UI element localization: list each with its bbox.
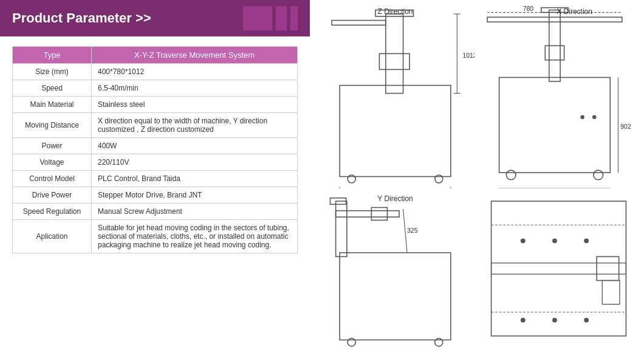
- svg-point-51: [584, 318, 589, 323]
- table-row: Speed Regulation Manual Screw Adjustment: [13, 204, 298, 220]
- row-label: Drive Power: [13, 187, 92, 204]
- header: Product Parameter >>: [0, 0, 310, 36]
- table-area: Type X-Y-Z Traverse Movement System Size…: [0, 36, 310, 350]
- row-label: Main Material: [13, 97, 92, 113]
- table-row: Power 400W: [13, 138, 298, 154]
- page-title: Product Parameter >>: [12, 10, 237, 26]
- row-label: Control Model: [13, 171, 92, 187]
- svg-point-50: [552, 318, 557, 323]
- table-row: Speed 6.5-40m/min: [13, 80, 298, 97]
- row-value: 400*780*1012: [92, 64, 298, 80]
- row-value: Suitable for jet head moving coding in t…: [92, 220, 298, 253]
- row-label: Aplication: [13, 220, 92, 253]
- x-direction-label: X Direction: [557, 7, 592, 16]
- parameter-table: Type X-Y-Z Traverse Movement System Size…: [12, 46, 298, 253]
- table-row: Drive Power Stepper Motor Drive, Brand J…: [13, 187, 298, 204]
- row-label: Power: [13, 138, 92, 154]
- left-panel: Product Parameter >> Type X-Y-Z Traverse…: [0, 0, 310, 350]
- table-row: Main Material Stainless steel: [13, 97, 298, 113]
- svg-point-47: [552, 239, 557, 244]
- svg-point-21: [506, 170, 516, 180]
- row-label: Moving Distance: [13, 113, 92, 138]
- svg-point-46: [521, 239, 526, 244]
- y-direction-label: Y Direction: [377, 194, 413, 203]
- svg-text:325: 325: [407, 227, 418, 234]
- deco-block-2: [276, 6, 287, 30]
- table-row: Voltage 220/110V: [13, 154, 298, 171]
- row-label: Speed: [13, 80, 92, 97]
- row-value: X-Y-Z Traverse Movement System: [92, 47, 298, 64]
- svg-text:780: 780: [523, 6, 534, 12]
- svg-rect-34: [371, 208, 387, 221]
- svg-rect-44: [597, 257, 619, 281]
- svg-point-23: [580, 115, 584, 119]
- table-row: Size (mm) 400*780*1012: [13, 64, 298, 80]
- z-direction-svg: 1012 750 503: [316, 6, 474, 188]
- svg-point-22: [594, 170, 603, 180]
- table-row: Aplication Suitable for jet head moving …: [13, 220, 298, 253]
- svg-rect-31: [340, 253, 451, 340]
- svg-rect-33: [336, 211, 399, 217]
- svg-rect-40: [492, 201, 626, 336]
- diagram-top: [479, 193, 638, 350]
- row-value: 400W: [92, 138, 298, 154]
- svg-rect-45: [602, 281, 620, 304]
- svg-rect-32: [336, 201, 347, 256]
- row-label: Size (mm): [13, 64, 92, 80]
- svg-rect-20: [545, 46, 564, 60]
- diagram-y: 325 Y Direction: [316, 193, 474, 350]
- svg-rect-3: [332, 20, 386, 25]
- z-direction-label: Z Direction: [377, 7, 413, 16]
- svg-rect-0: [340, 85, 451, 176]
- row-value: Manual Screw Adjustment: [92, 204, 298, 220]
- row-value: PLC Control, Brand Taida: [92, 171, 298, 187]
- svg-point-24: [592, 115, 597, 119]
- deco-block-1: [243, 6, 272, 30]
- row-value: Stainless steel: [92, 97, 298, 113]
- svg-text:1012: 1012: [462, 52, 474, 59]
- row-label: Speed Regulation: [13, 204, 92, 220]
- svg-point-48: [584, 239, 589, 244]
- table-row: Moving Distance X direction equal to the…: [13, 113, 298, 138]
- page-wrapper: Product Parameter >> Type X-Y-Z Traverse…: [0, 0, 644, 350]
- svg-rect-16: [499, 77, 611, 173]
- svg-point-49: [521, 318, 526, 323]
- svg-text:902: 902: [620, 123, 631, 130]
- row-value: X direction equal to the width of machin…: [92, 113, 298, 138]
- deco-block-3: [290, 6, 298, 30]
- svg-rect-4: [379, 53, 409, 69]
- right-panel: Z Direction 1012: [310, 0, 644, 350]
- diagram-x: X Direction 780: [479, 6, 638, 188]
- row-value: Stepper Motor Drive, Brand JNT: [92, 187, 298, 204]
- x-direction-svg: 780 902 1000: [479, 6, 638, 188]
- table-row: Control Model PLC Control, Brand Taida: [13, 171, 298, 187]
- diagram-z: Z Direction 1012: [316, 6, 474, 188]
- header-decoration: [243, 6, 298, 30]
- svg-rect-19: [487, 17, 622, 22]
- svg-rect-43: [492, 263, 626, 274]
- row-label: Type: [13, 47, 92, 64]
- y-direction-svg: 325: [316, 193, 474, 350]
- row-label: Voltage: [13, 154, 92, 171]
- top-view-svg: [479, 193, 638, 350]
- row-value: 6.5-40m/min: [92, 80, 298, 97]
- row-value: 220/110V: [92, 154, 298, 171]
- table-row: Type X-Y-Z Traverse Movement System: [13, 47, 298, 64]
